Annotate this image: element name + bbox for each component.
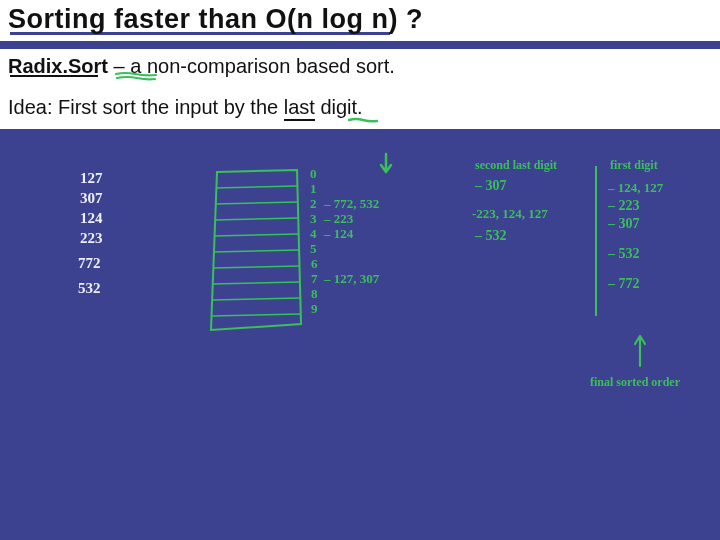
- svg-line-7: [213, 298, 300, 300]
- arrow-down-icon: [378, 152, 394, 178]
- input-2: 124: [80, 210, 103, 227]
- svg-line-0: [216, 186, 297, 188]
- col2-2: – 532: [475, 228, 507, 244]
- input-5: 532: [78, 280, 101, 297]
- svg-line-2: [215, 218, 298, 220]
- col3-3: – 532: [608, 246, 640, 262]
- slide-title: Sorting faster than O(n log n) ?: [8, 4, 712, 35]
- col2-0: – 307: [475, 178, 507, 194]
- input-4: 772: [78, 255, 101, 272]
- idea-post: digit.: [315, 96, 363, 118]
- svg-line-1: [216, 202, 298, 204]
- radix-underline: [10, 75, 98, 77]
- col3-4: – 772: [608, 276, 640, 292]
- col2-1: -223, 124, 127: [472, 206, 548, 222]
- bucket-label-4: 4: [310, 226, 317, 242]
- bucket-fill-2: – 772, 532: [324, 196, 379, 212]
- idea-last: last: [284, 96, 315, 121]
- svg-line-4: [214, 250, 299, 252]
- bucket-fill-7: – 127, 307: [324, 271, 379, 287]
- col2-header: second last digit: [475, 158, 557, 173]
- bucket-box-icon: [205, 168, 305, 333]
- input-1: 307: [80, 190, 103, 207]
- radix-line: Radix.Sort – a non-comparison based sort…: [8, 55, 712, 78]
- bucket-fill-4: – 124: [324, 226, 353, 242]
- bucket-label-2: 2: [310, 196, 317, 212]
- bucket-fill-3: – 223: [324, 211, 353, 227]
- green-scribble2-icon: [348, 117, 378, 125]
- col3-1: – 223: [608, 198, 640, 214]
- subheader-box: Radix.Sort – a non-comparison based sort…: [0, 49, 720, 129]
- green-scribble-icon: [115, 71, 157, 81]
- svg-line-5: [214, 266, 300, 268]
- bucket-label-6: 6: [311, 256, 318, 272]
- svg-line-6: [213, 282, 300, 284]
- bucket-label-7: 7: [311, 271, 318, 287]
- title-box: Sorting faster than O(n log n) ?: [0, 0, 720, 41]
- arrow-up-icon: [632, 330, 648, 370]
- svg-line-8: [212, 314, 301, 316]
- col3-header: first digit: [610, 158, 658, 173]
- bucket-label-0: 0: [310, 166, 317, 182]
- bucket-label-1: 1: [310, 181, 317, 197]
- bucket-label-8: 8: [311, 286, 318, 302]
- col3-0: – 124, 127: [608, 180, 663, 196]
- input-0: 127: [80, 170, 103, 187]
- vline-icon: [595, 166, 597, 316]
- col3-2: – 307: [608, 216, 640, 232]
- final-label: final sorted order: [590, 375, 680, 390]
- bucket-label-5: 5: [310, 241, 317, 257]
- radix-bold: Radix.Sort: [8, 55, 108, 77]
- input-3: 223: [80, 230, 103, 247]
- svg-line-3: [215, 234, 299, 236]
- idea-pre: Idea: First sort the input by the: [8, 96, 284, 118]
- bucket-label-3: 3: [310, 211, 317, 227]
- bucket-label-9: 9: [311, 301, 318, 317]
- whiteboard-area: 127 307 124 223 772 532 0 1 2 3 4 5 6 7 …: [0, 150, 720, 540]
